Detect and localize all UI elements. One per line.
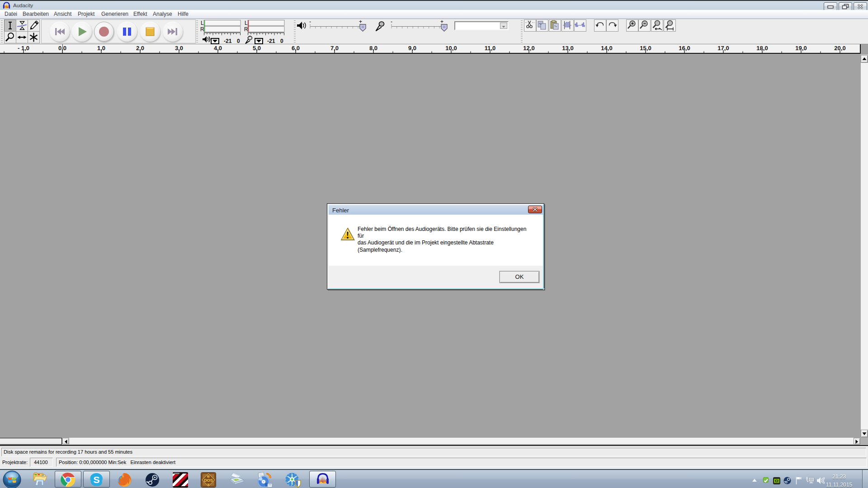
svg-text:6,0: 6,0 (292, 45, 300, 52)
svg-text:14,0: 14,0 (601, 45, 612, 52)
svg-text:16,0: 16,0 (679, 45, 690, 52)
svg-text:X: X (207, 483, 210, 487)
svg-text:9,0: 9,0 (408, 45, 416, 52)
svg-text:7,0: 7,0 (330, 45, 339, 52)
svg-text:+: + (359, 19, 362, 25)
svg-text:+: + (440, 19, 443, 25)
svg-text:18,0: 18,0 (756, 45, 768, 52)
svg-text:5,0: 5,0 (253, 45, 261, 52)
svg-text:1,0: 1,0 (97, 45, 105, 52)
svg-text:12,0: 12,0 (523, 45, 534, 52)
svg-text:L: L (245, 20, 248, 26)
svg-text:-21: -21 (224, 38, 232, 44)
svg-text:L: L (201, 20, 204, 26)
svg-text:17,0: 17,0 (717, 45, 729, 52)
svg-text:S: S (93, 474, 99, 485)
svg-text:19,0: 19,0 (795, 45, 807, 52)
svg-text:0: 0 (237, 38, 240, 44)
svg-text:3,0: 3,0 (175, 45, 183, 52)
svg-text:-21: -21 (267, 38, 275, 44)
svg-text:15,0: 15,0 (640, 45, 651, 52)
svg-text:2,0: 2,0 (136, 45, 144, 52)
svg-text:4,0: 4,0 (214, 45, 222, 52)
svg-text:- 1,0: - 1,0 (18, 45, 29, 52)
svg-text:0: 0 (280, 38, 283, 44)
svg-text:20,0: 20,0 (834, 45, 845, 52)
svg-text:11,0: 11,0 (485, 45, 496, 52)
svg-text:13,0: 13,0 (562, 45, 573, 52)
svg-text:8,0: 8,0 (369, 45, 377, 52)
svg-text:10,0: 10,0 (445, 45, 457, 52)
svg-text:DOS: DOS (204, 478, 213, 483)
